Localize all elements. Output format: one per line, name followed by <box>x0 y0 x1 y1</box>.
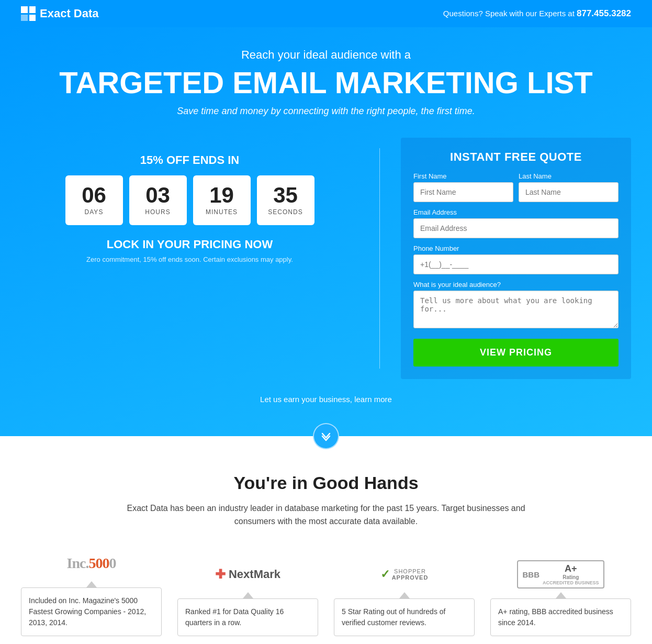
badges-row: Inc.5000 Included on Inc. Magazine's 500… <box>21 549 631 636</box>
phone-group: Phone Number <box>413 245 619 274</box>
phone-input[interactable] <box>413 254 619 274</box>
last-name-group: Last Name <box>519 172 619 202</box>
hero-title-area: Reach your ideal audience with a TARGETE… <box>21 48 631 117</box>
email-group: Email Address <box>413 208 619 238</box>
badge-arrow-inc <box>86 581 97 587</box>
header: Exact Data Questions? Speak with our Exp… <box>0 0 652 27</box>
badge-desc-nextmark: Ranked #1 for Data Quality 16 quarters i… <box>177 598 318 636</box>
badge-inc5000: Inc.5000 Included on Inc. Magazine's 500… <box>21 549 162 636</box>
chevron-down-icon <box>321 431 331 441</box>
badge-arrow-nextmark <box>243 592 253 598</box>
phone-prompt: Questions? Speak with our Experts at <box>443 9 575 18</box>
form-card: INSTANT FREE QUOTE First Name Last Name … <box>401 138 631 379</box>
lock-pricing: LOCK IN YOUR PRICING NOW Zero commitment… <box>21 238 358 263</box>
hero-tagline: Save time and money by connecting with t… <box>21 106 631 117</box>
logo-icon <box>21 6 36 21</box>
good-hands-title: You're in Good Hands <box>21 473 631 493</box>
bbb-logo: BBB A+ Rating ACCREDITED BUSINESS <box>517 560 604 589</box>
countdown-days: 06 DAYS <box>65 175 123 225</box>
hero-main-title: TARGETED EMAIL MARKETING LIST <box>21 66 631 99</box>
countdown-hours: 03 HOURS <box>129 175 187 225</box>
good-hands-section: You're in Good Hands Exact Data has been… <box>0 436 652 644</box>
badge-bbb: BBB A+ Rating ACCREDITED BUSINESS A+ rat… <box>490 560 631 636</box>
badge-arrow-shopper <box>399 592 410 598</box>
good-hands-desc: Exact Data has been an industry leader i… <box>122 502 530 528</box>
first-name-input[interactable] <box>413 182 513 202</box>
countdown-label: 15% OFF ENDS IN <box>21 153 358 167</box>
hero-content: 15% OFF ENDS IN 06 DAYS 03 HOURS 19 MINU… <box>21 138 631 379</box>
shopper-logo: ✓ SHOPPER APPROVED <box>380 560 429 589</box>
form-title: INSTANT FREE QUOTE <box>413 150 619 164</box>
first-name-label: First Name <box>413 172 513 180</box>
first-name-group: First Name <box>413 172 513 202</box>
inc5000-logo: Inc.5000 <box>67 549 116 578</box>
audience-textarea[interactable] <box>413 291 619 328</box>
name-row: First Name Last Name <box>413 172 619 202</box>
badge-desc-bbb: A+ rating, BBB accredited business since… <box>490 598 631 636</box>
view-pricing-button[interactable]: VIEW PRICING <box>413 339 619 367</box>
header-phone: Questions? Speak with our Experts at 877… <box>443 8 631 19</box>
last-name-input[interactable] <box>519 182 619 202</box>
hero-bottom: Let us earn your business, learn more <box>21 379 631 436</box>
hero-subtitle: Reach your ideal audience with a <box>21 48 631 62</box>
lock-subtitle: Zero commitment, 15% off ends soon. Cert… <box>21 256 358 263</box>
badge-desc-inc: Included on Inc. Magazine's 5000 Fastest… <box>21 587 162 636</box>
email-label: Email Address <box>413 208 619 216</box>
hero-divider <box>379 148 380 369</box>
hero-left: 15% OFF ENDS IN 06 DAYS 03 HOURS 19 MINU… <box>21 138 358 263</box>
phone-number[interactable]: 877.455.3282 <box>577 8 631 18</box>
lock-title: LOCK IN YOUR PRICING NOW <box>21 238 358 251</box>
scroll-down-button[interactable] <box>313 423 339 449</box>
logo[interactable]: Exact Data <box>21 6 99 21</box>
hero-form-wrap: INSTANT FREE QUOTE First Name Last Name … <box>401 138 631 379</box>
badge-shopper: ✓ SHOPPER APPROVED 5 Star Rating out of … <box>334 560 475 636</box>
logo-text: Exact Data <box>40 7 99 20</box>
badge-nextmark: ✚ NextMark Ranked #1 for Data Quality 16… <box>177 560 318 636</box>
last-name-label: Last Name <box>519 172 619 180</box>
hero-section: Reach your ideal audience with a TARGETE… <box>0 27 652 436</box>
badge-desc-shopper: 5 Star Rating out of hundreds of verifie… <box>334 598 475 636</box>
phone-label: Phone Number <box>413 245 619 252</box>
email-input[interactable] <box>413 218 619 238</box>
countdown-minutes: 19 MINUTES <box>193 175 251 225</box>
badge-arrow-bbb <box>556 592 566 598</box>
scroll-text: Let us earn your business, learn more <box>260 395 392 404</box>
audience-group: What is your ideal audience? <box>413 281 619 330</box>
audience-label: What is your ideal audience? <box>413 281 619 288</box>
nextmark-logo: ✚ NextMark <box>215 560 280 589</box>
countdown-seconds: 35 SECONDS <box>257 175 314 225</box>
countdown-boxes: 06 DAYS 03 HOURS 19 MINUTES 35 SECONDS <box>21 175 358 225</box>
